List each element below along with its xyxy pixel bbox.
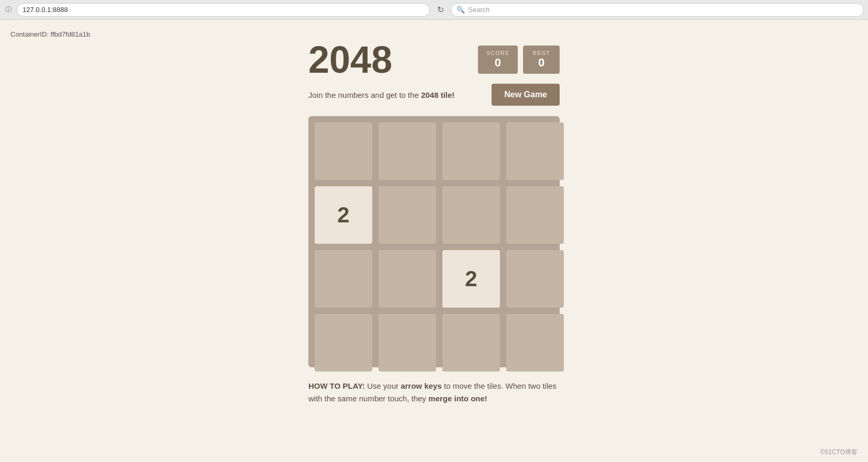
tile	[442, 186, 500, 244]
game-title: 2048	[308, 41, 392, 78]
tile	[315, 122, 372, 180]
subtitle-prefix: Join the numbers and get to the	[308, 91, 421, 99]
game-board: 22	[308, 116, 560, 367]
arrow-keys-text: arrow keys	[400, 381, 441, 390]
tile	[379, 250, 436, 308]
address-bar[interactable]: 127.0.0.1:8888	[17, 3, 430, 17]
score-box: SCORE 0	[478, 46, 518, 74]
search-icon: 🔍	[457, 6, 465, 14]
instructions: HOW TO PLAY: Use your arrow keys to move…	[308, 380, 560, 405]
game-wrapper: 2048 SCORE 0 BEST 0 Join the numbers and…	[10, 30, 858, 405]
tile	[315, 314, 372, 371]
score-boxes: SCORE 0 BEST 0	[478, 46, 560, 74]
tile	[442, 122, 500, 180]
how-to-play-label: HOW TO PLAY:	[308, 381, 365, 390]
tile	[506, 122, 564, 180]
game-subtitle: Join the numbers and get to the 2048 til…	[308, 91, 454, 99]
container-id-label: ContainerID: ffbd7fd81a1b	[10, 30, 90, 38]
tile	[506, 186, 564, 244]
instruction-text1: Use your	[365, 381, 400, 390]
tile	[506, 314, 564, 371]
search-bar[interactable]: 🔍 Search	[451, 3, 864, 17]
tile: 2	[315, 186, 372, 244]
best-label: BEST	[531, 50, 551, 56]
subtitle-highlight: 2048 tile!	[421, 91, 454, 99]
best-box: BEST 0	[523, 46, 560, 74]
favicon-icon: ⓘ	[4, 6, 13, 14]
page-content: ContainerID: ffbd7fd81a1b 2048 SCORE 0 B…	[0, 20, 868, 462]
new-game-button[interactable]: New Game	[492, 84, 560, 106]
reload-button[interactable]: ↻	[434, 4, 447, 16]
tile	[315, 250, 372, 308]
tile	[506, 250, 564, 308]
address-text: 127.0.0.1:8888	[23, 6, 68, 14]
game-title-row: 2048 SCORE 0 BEST 0	[308, 41, 560, 78]
reload-icon: ↻	[437, 5, 444, 15]
tile	[379, 186, 436, 244]
browser-bar: ⓘ 127.0.0.1:8888 ↻ 🔍 Search	[0, 0, 868, 20]
score-label: SCORE	[486, 50, 509, 56]
tile	[379, 122, 436, 180]
tile	[442, 314, 500, 371]
search-placeholder: Search	[468, 6, 489, 14]
game-header: 2048 SCORE 0 BEST 0 Join the numbers and…	[308, 41, 560, 116]
game-subtitle-row: Join the numbers and get to the 2048 til…	[308, 84, 560, 106]
tile: 2	[442, 250, 500, 308]
merge-text: merge into one!	[428, 394, 487, 403]
best-value: 0	[531, 56, 551, 70]
score-value: 0	[486, 56, 509, 70]
footer-brand: ©51CTO博客	[820, 448, 858, 457]
tile	[379, 314, 436, 371]
